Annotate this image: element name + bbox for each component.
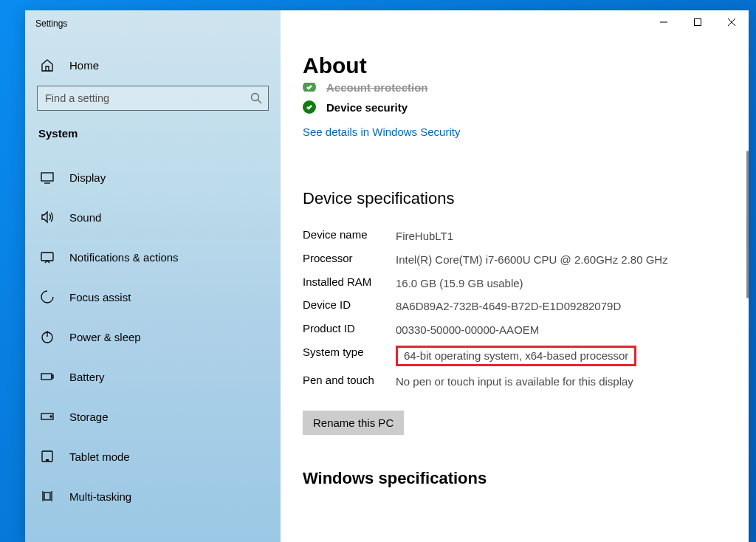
settings-window: Settings Home System [25,10,749,542]
nav-label: Focus assist [69,291,131,303]
spec-row-device-name: Device name FireHubLT1 [303,224,722,248]
spec-row-product-id: Product ID 00330-50000-00000-AAOEM [303,318,722,342]
window-title: Settings [25,18,67,29]
search-input[interactable] [45,92,250,104]
nav-label: Tablet mode [69,450,130,463]
svg-rect-6 [41,173,53,181]
storage-icon [40,409,55,424]
search-box[interactable] [37,86,269,111]
check-icon [303,100,316,114]
svg-rect-12 [52,375,53,378]
spec-table: Device name FireHubLT1 Processor Intel(R… [303,224,722,393]
nav-notifications[interactable]: Notifications & actions [25,237,281,277]
security-row-partial: Account protection [303,83,722,92]
spec-value-highlighted: 64-bit operating system, x64-based proce… [396,346,636,366]
spec-label: Installed RAM [303,275,396,292]
nav-label: Power & sleep [69,331,141,343]
close-button[interactable] [715,10,749,34]
sec-partial-label: Account protection [326,83,428,92]
power-icon [40,329,55,344]
focus-assist-icon [40,289,55,304]
svg-line-5 [258,100,262,104]
section-label: System [25,124,281,157]
svg-point-14 [50,416,52,417]
security-device-row: Device security [303,96,722,118]
nav-label: Display [69,171,106,184]
svg-rect-19 [44,493,50,500]
spec-row-ram: Installed RAM 16.0 GB (15.9 GB usable) [303,272,722,295]
home-label: Home [69,59,99,72]
svg-rect-8 [41,253,53,261]
svg-rect-1 [695,19,701,26]
spec-value: 8A6D89A2-732B-4649-B72D-E1D09282079D [396,298,621,315]
svg-point-4 [252,94,259,101]
home-button[interactable]: Home [25,50,281,86]
spec-value: Intel(R) Core(TM) i7-6600U CPU @ 2.60GHz… [396,252,668,268]
nav-power-sleep[interactable]: Power & sleep [25,317,281,357]
display-icon [40,170,55,185]
device-spec-header: Device specifications [303,189,722,208]
nav-display[interactable]: Display [25,157,281,197]
nav-label: Storage [69,411,109,423]
notifications-icon [40,250,55,264]
nav-focus-assist[interactable]: Focus assist [25,277,281,317]
nav-tablet-mode[interactable]: Tablet mode [25,436,281,476]
spec-label: Device ID [303,298,396,315]
spec-label: System type [303,346,396,366]
home-icon [40,58,55,72]
spec-label: Device name [303,228,396,244]
nav-list: Display Sound Notifications & actions Fo… [25,157,281,516]
nav-sound[interactable]: Sound [25,197,281,237]
main-content: About Account protection Device security… [281,10,749,542]
maximize-button[interactable] [681,10,715,34]
tablet-icon [40,449,55,464]
spec-value: 00330-50000-00000-AAOEM [396,322,539,338]
scrollbar-thumb[interactable] [746,151,749,298]
nav-battery[interactable]: Battery [25,357,281,397]
nav-label: Battery [69,371,105,383]
titlebar: Settings [25,10,749,37]
nav-multitasking[interactable]: Multi-tasking [25,476,281,516]
spec-label: Processor [303,252,396,268]
search-icon [250,92,262,104]
sec-device-label: Device security [326,101,408,114]
nav-label: Sound [69,211,101,224]
battery-icon [40,369,55,384]
svg-rect-11 [41,374,52,380]
spec-row-device-id: Device ID 8A6D89A2-732B-4649-B72D-E1D092… [303,295,722,318]
windows-spec-header: Windows specifications [303,469,722,488]
spec-value: FireHubLT1 [396,228,453,244]
page-title: About [303,53,722,78]
multitasking-icon [40,489,55,504]
rename-pc-button[interactable]: Rename this PC [303,411,404,435]
spec-value: No pen or touch input is available for t… [396,374,633,390]
sidebar: Home System Display Sound Notifications … [25,10,281,542]
check-icon [303,83,316,92]
windows-security-link[interactable]: See details in Windows Security [303,126,460,138]
spec-label: Product ID [303,322,396,338]
minimize-button[interactable] [647,10,681,34]
nav-label: Notifications & actions [69,251,179,264]
spec-row-processor: Processor Intel(R) Core(TM) i7-6600U CPU… [303,248,722,272]
nav-label: Multi-tasking [69,490,131,503]
spec-row-system-type: System type 64-bit operating system, x64… [303,342,722,370]
spec-value: 16.0 GB (15.9 GB usable) [396,275,523,292]
nav-storage[interactable]: Storage [25,397,281,436]
spec-row-pen-touch: Pen and touch No pen or touch input is a… [303,370,722,394]
sound-icon [40,210,55,224]
spec-label: Pen and touch [303,374,396,390]
